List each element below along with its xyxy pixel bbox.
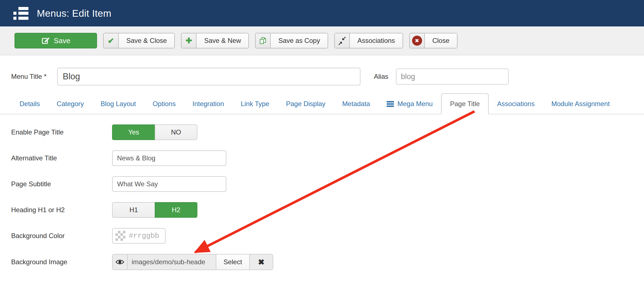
page-subtitle-row: Page Subtitle: [11, 176, 644, 192]
save-button[interactable]: Save: [14, 33, 97, 48]
preview-button[interactable]: [113, 254, 127, 270]
toggle-yes-button[interactable]: Yes: [112, 124, 155, 140]
associations-button[interactable]: ↙ ↗ Associations: [334, 33, 403, 48]
background-color-label: Background Color: [11, 232, 112, 240]
background-image-group: images/demo/sub-heade Select ✖: [112, 254, 273, 270]
copy-icon: [259, 36, 267, 45]
save-close-label: Save & Close: [119, 33, 174, 48]
tab-page-display[interactable]: Page Display: [278, 94, 334, 114]
enable-page-title-row: Enable Page Title Yes NO: [11, 124, 644, 140]
tab-integration[interactable]: Integration: [184, 94, 232, 114]
menus-list-icon: [13, 7, 28, 20]
tab-link-type[interactable]: Link Type: [233, 94, 278, 114]
background-color-input[interactable]: [112, 228, 166, 244]
clear-image-button[interactable]: ✖: [249, 254, 273, 270]
enable-page-title-label: Enable Page Title: [11, 128, 112, 136]
background-image-path[interactable]: images/demo/sub-heade: [127, 254, 216, 270]
alias-input[interactable]: [396, 68, 509, 85]
tab-associations[interactable]: Associations: [489, 94, 543, 114]
tab-options[interactable]: Options: [144, 94, 184, 114]
toolbar: Save ✔ Save & Close ✚ Save & New Save as…: [0, 26, 644, 55]
save-close-button[interactable]: ✔ Save & Close: [103, 33, 175, 48]
background-color-row: Background Color: [11, 228, 644, 244]
tab-mega-menu-label: Mega Menu: [397, 94, 433, 114]
page-title: Menus: Edit Item: [37, 8, 111, 19]
save-as-copy-button[interactable]: Save as Copy: [255, 33, 328, 48]
menu-title-input[interactable]: [57, 68, 360, 85]
alternative-title-row: Alternative Title: [11, 150, 644, 166]
enable-page-title-toggle: Yes NO: [112, 124, 197, 140]
alternative-title-label: Alternative Title: [11, 154, 112, 162]
select-image-button[interactable]: Select: [216, 254, 249, 270]
page-subtitle-label: Page Subtitle: [11, 180, 112, 188]
menu-title-label: Menu Title *: [11, 73, 57, 80]
menu-bars-icon: [387, 101, 394, 107]
tab-mega-menu[interactable]: Mega Menu: [378, 94, 441, 114]
plus-icon: ✚: [186, 36, 192, 45]
associations-label: Associations: [350, 33, 403, 48]
heading-row: Heading H1 or H2 H1 H2: [11, 202, 644, 218]
background-image-label: Background Image: [11, 258, 112, 266]
tab-metadata[interactable]: Metadata: [334, 94, 378, 114]
alias-label: Alias: [374, 73, 388, 80]
save-button-label: Save: [54, 36, 70, 45]
check-icon: ✔: [108, 36, 114, 45]
background-image-row: Background Image images/demo/sub-heade S…: [11, 254, 644, 270]
save-new-label: Save & New: [197, 33, 248, 48]
title-row: Menu Title * Alias: [11, 68, 644, 85]
close-label: Close: [425, 33, 457, 48]
save-new-button[interactable]: ✚ Save & New: [181, 33, 249, 48]
tab-details[interactable]: Details: [11, 94, 48, 114]
tab-bar: Details Category Blog Layout Options Int…: [0, 93, 644, 114]
contract-icon: ↙ ↗: [338, 36, 346, 45]
tab-module-assignment[interactable]: Module Assignment: [543, 94, 618, 114]
close-circle-icon: ✖: [412, 36, 422, 46]
background-color-field[interactable]: [129, 232, 161, 240]
toggle-h1-button[interactable]: H1: [112, 202, 155, 218]
heading-label: Heading H1 or H2: [11, 206, 112, 214]
transparency-checker-swatch: [115, 231, 125, 241]
toggle-no-button[interactable]: NO: [155, 124, 197, 140]
heading-toggle: H1 H2: [112, 202, 197, 218]
save-as-copy-label: Save as Copy: [271, 33, 327, 48]
eye-icon: [115, 259, 124, 265]
app-header: Menus: Edit Item: [0, 0, 644, 26]
tab-category[interactable]: Category: [48, 94, 92, 114]
alternative-title-input[interactable]: [112, 150, 226, 166]
page-subtitle-input[interactable]: [112, 176, 226, 192]
tab-page-title[interactable]: Page Title: [441, 93, 489, 114]
save-edit-icon: [41, 36, 50, 45]
close-button[interactable]: ✖ Close: [409, 33, 457, 48]
toggle-h2-button[interactable]: H2: [155, 202, 197, 218]
page-title-panel: Enable Page Title Yes NO Alternative Tit…: [0, 114, 644, 270]
tab-blog-layout[interactable]: Blog Layout: [92, 94, 144, 114]
